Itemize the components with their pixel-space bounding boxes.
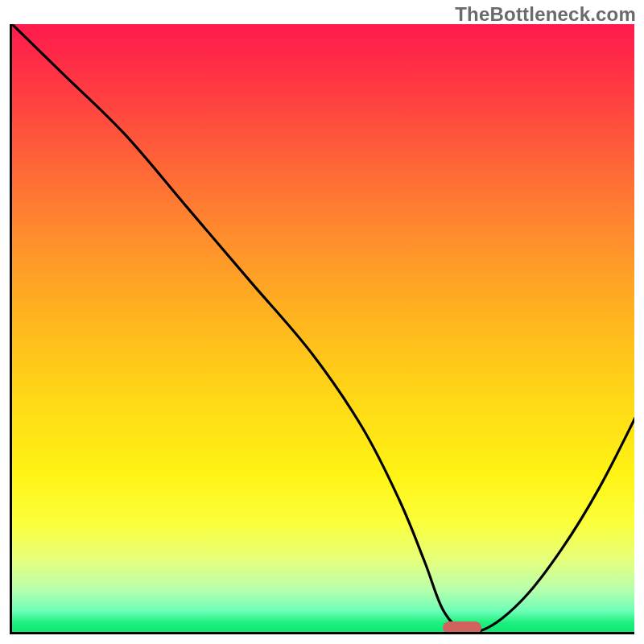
plot-area <box>10 24 634 634</box>
watermark-text: TheBottleneck.com <box>455 3 636 26</box>
chart-frame: TheBottleneck.com <box>0 0 644 644</box>
curve-path <box>12 24 634 632</box>
bottleneck-curve <box>12 24 634 634</box>
optimal-marker <box>443 621 481 634</box>
